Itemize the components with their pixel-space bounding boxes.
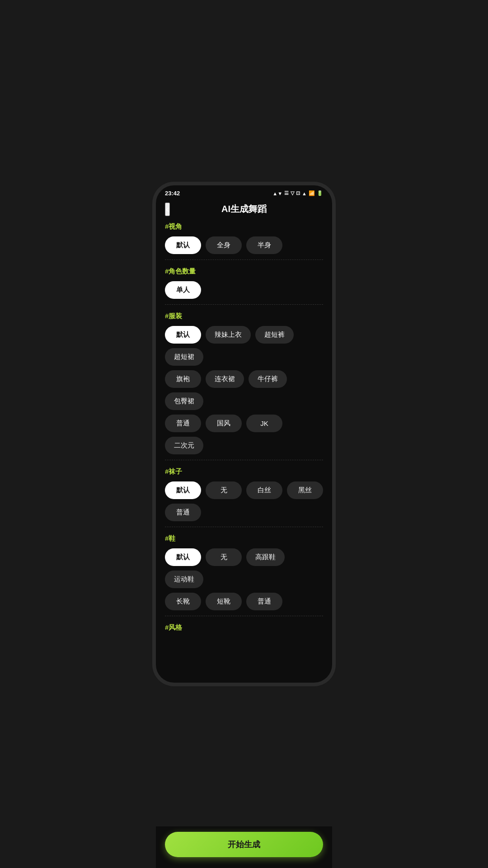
options-row-socks-0: 默认无白丝黑丝 [165, 481, 323, 499]
option-btn-shoes-0-0[interactable]: 默认 [165, 548, 201, 566]
section-character-count: #角色数量单人 [165, 265, 323, 299]
section-perspective: #视角默认全身半身 [165, 221, 323, 254]
option-btn-clothing-2-1[interactable]: 国风 [206, 415, 242, 432]
section-label-perspective: #视角 [165, 221, 323, 231]
back-button[interactable]: ‹ [165, 203, 170, 216]
section-divider [165, 460, 323, 460]
section-label-clothing: #服装 [165, 310, 323, 321]
phone-frame: 23:42 ▲▼ ☰ ▽ ⊡ ▲ 📶 🔋 ‹ AI生成舞蹈 #视角默认全身半身#… [156, 185, 332, 683]
option-btn-perspective-0-1[interactable]: 全身 [206, 236, 242, 254]
section-divider [165, 616, 323, 616]
option-btn-shoes-1-0[interactable]: 长靴 [165, 593, 201, 610]
option-btn-perspective-0-2[interactable]: 半身 [246, 236, 282, 254]
option-btn-clothing-1-1[interactable]: 连衣裙 [206, 370, 244, 388]
option-btn-clothing-0-0[interactable]: 默认 [165, 326, 201, 344]
option-btn-clothing-0-2[interactable]: 超短裤 [255, 326, 294, 344]
section-divider [165, 304, 323, 305]
option-btn-socks-0-3[interactable]: 黑丝 [287, 481, 323, 499]
options-row-shoes-0: 默认无高跟鞋运动鞋 [165, 548, 323, 588]
top-nav: ‹ AI生成舞蹈 [156, 199, 332, 221]
option-btn-clothing-1-2[interactable]: 牛仔裤 [249, 370, 287, 388]
section-label-character-count: #角色数量 [165, 265, 323, 276]
battery-icon: 🔋 [317, 190, 323, 196]
time-display: 23:42 [165, 190, 180, 197]
option-btn-clothing-1-3[interactable]: 包臀裙 [165, 392, 203, 410]
option-btn-shoes-0-2[interactable]: 高跟鞋 [246, 548, 285, 566]
section-shoes: #鞋默认无高跟鞋运动鞋长靴短靴普通 [165, 533, 323, 610]
option-btn-socks-1-0[interactable]: 普通 [165, 504, 201, 521]
option-btn-clothing-2-2[interactable]: JK [246, 415, 282, 432]
options-row-character-count-0: 单人 [165, 281, 323, 299]
option-btn-shoes-1-1[interactable]: 短靴 [206, 593, 242, 610]
option-btn-shoes-1-2[interactable]: 普通 [246, 593, 282, 610]
options-row-perspective-0: 默认全身半身 [165, 236, 323, 254]
options-row-socks-1: 普通 [165, 504, 323, 521]
option-btn-clothing-1-0[interactable]: 旗袍 [165, 370, 201, 388]
option-btn-clothing-2-0[interactable]: 普通 [165, 415, 201, 432]
option-btn-character-count-0-0[interactable]: 单人 [165, 281, 201, 299]
section-divider [165, 259, 323, 260]
section-label-style: #风格 [165, 622, 323, 632]
options-row-clothing-0: 默认辣妹上衣超短裤超短裙 [165, 326, 323, 366]
signal-icon: 📶 [309, 190, 315, 196]
content-area: #视角默认全身半身#角色数量单人#服装默认辣妹上衣超短裤超短裙旗袍连衣裙牛仔裤包… [156, 221, 332, 683]
option-btn-clothing-0-3[interactable]: 超短裙 [165, 348, 203, 366]
option-btn-socks-0-2[interactable]: 白丝 [246, 481, 282, 499]
status-icons: ▲▼ ☰ ▽ ⊡ ▲ 📶 🔋 [272, 190, 323, 196]
option-btn-socks-0-0[interactable]: 默认 [165, 481, 201, 499]
option-btn-socks-0-1[interactable]: 无 [206, 481, 242, 499]
option-btn-perspective-0-0[interactable]: 默认 [165, 236, 201, 254]
options-row-shoes-1: 长靴短靴普通 [165, 593, 323, 610]
section-label-socks: #袜子 [165, 466, 323, 476]
section-style: #风格 [165, 622, 323, 632]
options-row-clothing-2: 普通国风JK二次元 [165, 415, 323, 454]
option-btn-clothing-0-1[interactable]: 辣妹上衣 [206, 326, 251, 344]
section-clothing: #服装默认辣妹上衣超短裤超短裙旗袍连衣裙牛仔裤包臀裙普通国风JK二次元 [165, 310, 323, 454]
section-socks: #袜子默认无白丝黑丝普通 [165, 466, 323, 521]
option-btn-clothing-2-3[interactable]: 二次元 [165, 437, 203, 454]
option-btn-shoes-0-1[interactable]: 无 [206, 548, 242, 566]
page-title: AI生成舞蹈 [221, 203, 267, 215]
option-btn-shoes-0-3[interactable]: 运动鞋 [165, 571, 203, 588]
notch [230, 185, 258, 193]
section-label-shoes: #鞋 [165, 533, 323, 543]
section-divider [165, 527, 323, 527]
options-row-clothing-1: 旗袍连衣裙牛仔裤包臀裙 [165, 370, 323, 410]
